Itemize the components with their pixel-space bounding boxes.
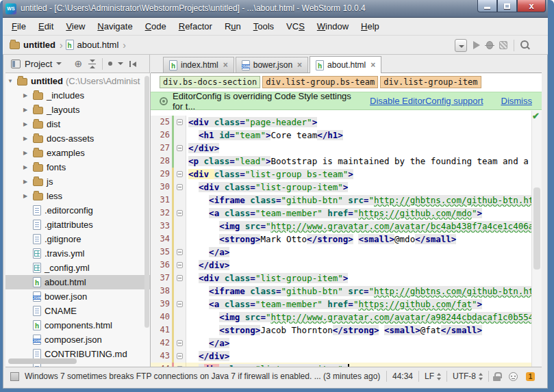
code-line-32[interactable]: 32 <a class="team-member" href="https://… xyxy=(151,207,542,220)
chevron-right-icon[interactable]: ▶ xyxy=(23,135,33,142)
line-ending-selector[interactable]: LF xyxy=(419,371,446,381)
minimize-button[interactable] xyxy=(477,0,497,12)
code-line-31[interactable]: 31 <iframe class="github-btn" src="http:… xyxy=(151,194,542,207)
encoding-selector[interactable]: UTF-8 xyxy=(447,371,488,381)
code-line-35[interactable]: 35 </a> xyxy=(151,246,542,259)
tree-item-less[interactable]: ▶less xyxy=(5,189,150,203)
search-icon[interactable] xyxy=(520,40,530,50)
tree-item-CNAME[interactable]: CNAME xyxy=(5,304,150,318)
code-editor[interactable]: 25<div class="page-header">26 <h1 id="te… xyxy=(151,111,542,367)
code-line-39[interactable]: 39 <a class="team-member" href="https://… xyxy=(151,298,542,311)
breadcrumb-chip[interactable]: div.bs-docs-section xyxy=(160,76,260,88)
tab-bower.json[interactable]: bower.json× xyxy=(236,57,308,73)
tree-item-_config.yml[interactable]: _config.yml xyxy=(5,261,150,275)
tree-item-untitled[interactable]: ▼untitled(C:\Users\Administ xyxy=(5,74,150,88)
fold-marker-icon[interactable] xyxy=(174,262,185,268)
tab-close-icon[interactable]: × xyxy=(297,60,302,70)
menu-tools[interactable]: Tools xyxy=(247,19,280,34)
caret-position[interactable]: 44:34 xyxy=(387,371,418,381)
code-line-29[interactable]: 29<div class="list-group bs-team"> xyxy=(151,168,542,181)
editor-scrollbar-thumb[interactable] xyxy=(533,187,540,270)
code-line-33[interactable]: 33 <img src="http://www.gravatar.com/ava… xyxy=(151,220,542,233)
fold-marker-icon[interactable] xyxy=(174,171,185,177)
tree-item-.editorconfig[interactable]: .editorconfig xyxy=(5,203,150,218)
project-horizontal-scrollbar[interactable] xyxy=(8,358,77,364)
code-line-42[interactable]: 42 </a> xyxy=(151,337,542,350)
project-vertical-scrollbar[interactable] xyxy=(144,76,149,328)
menu-help[interactable]: Help xyxy=(355,19,386,34)
close-button[interactable]: x xyxy=(517,0,546,12)
hide-panel-icon[interactable] xyxy=(129,60,138,68)
project-panel-header[interactable]: Project ⊕ xyxy=(5,55,150,73)
menu-window[interactable]: Window xyxy=(311,19,355,34)
tree-item-docs-assets[interactable]: ▶docs-assets xyxy=(5,131,150,146)
code-line-37[interactable]: 37 <div class="list-group-item"> xyxy=(151,272,542,285)
disable-editorconfig-link[interactable]: Disable EditorConfig support xyxy=(370,96,483,106)
menu-refactor[interactable]: Refactor xyxy=(173,19,218,34)
tree-item-js[interactable]: ▶js xyxy=(5,174,150,189)
tree-item-bower.json[interactable]: bower.json xyxy=(5,289,150,304)
tree-item-_includes[interactable]: ▶_includes xyxy=(5,88,150,103)
notification-badge[interactable]: 1 xyxy=(526,372,535,381)
settings-gear-icon[interactable] xyxy=(108,62,123,66)
tree-item-dist[interactable]: ▶dist xyxy=(5,117,150,131)
fold-marker-icon[interactable] xyxy=(174,340,185,346)
code-line-36[interactable]: 36 </div> xyxy=(151,259,542,272)
nav-crumb-file[interactable]: about.html xyxy=(66,40,121,50)
code-line-27[interactable]: 27</div> xyxy=(151,142,542,155)
dismiss-link[interactable]: Dismiss xyxy=(501,96,533,106)
chevron-right-icon[interactable]: ▶ xyxy=(23,107,33,113)
code-line-30[interactable]: 30 <div class="list-group-item"> xyxy=(151,181,542,194)
code-line-41[interactable]: 41 <strong>Jacob Thornton</strong> <smal… xyxy=(151,324,542,337)
chevron-right-icon[interactable]: ▶ xyxy=(23,92,33,99)
editor-scrollbar[interactable] xyxy=(531,111,542,367)
breadcrumb-chip[interactable]: div.list-group-item xyxy=(380,76,481,88)
menu-edit[interactable]: Edit xyxy=(32,19,60,34)
tree-item-.travis.yml[interactable]: .travis.yml xyxy=(5,246,150,261)
code-line-26[interactable]: 26 <h1 id="team">Core team</h1> xyxy=(151,129,542,142)
hector-inspector-icon[interactable] xyxy=(509,372,518,381)
tree-item-.gitattributes[interactable]: .gitattributes xyxy=(5,218,150,232)
menu-code[interactable]: Code xyxy=(139,19,173,34)
chevron-right-icon[interactable]: ▶ xyxy=(23,179,33,185)
title-bar[interactable]: WS untitled - [C:\Users\Administrator\We… xyxy=(0,0,554,18)
code-line-25[interactable]: 25<div class="page-header"> xyxy=(151,116,542,129)
fold-marker-icon[interactable] xyxy=(174,353,185,359)
toolwindow-toggle-icon[interactable] xyxy=(10,372,19,381)
chevron-right-icon[interactable]: ▶ xyxy=(23,193,33,199)
code-line-34[interactable]: 34 <strong>Mark Otto</strong> <small>@md… xyxy=(151,233,542,246)
menu-run[interactable]: Run xyxy=(218,19,247,34)
tree-item-composer.json[interactable]: composer.json xyxy=(5,332,150,347)
code-line-28[interactable]: 28<p class="lead">Bootstrap is maintaine… xyxy=(151,155,542,168)
status-message[interactable]: Windows 7 sometimes breaks FTP connectio… xyxy=(25,371,380,381)
menu-vcs[interactable]: VCS xyxy=(280,19,311,34)
run-configuration-dropdown[interactable] xyxy=(455,39,467,52)
fold-marker-icon[interactable] xyxy=(174,275,185,281)
nav-crumb-project[interactable]: untitled xyxy=(10,40,57,50)
locate-file-icon[interactable]: ⊕ xyxy=(74,59,82,68)
tab-close-icon[interactable]: × xyxy=(223,60,228,70)
maximize-button[interactable] xyxy=(497,0,517,12)
collapse-all-icon[interactable] xyxy=(88,60,97,68)
fold-marker-icon[interactable] xyxy=(174,210,185,216)
code-line-38[interactable]: 38 <iframe class="github-btn" src="http:… xyxy=(151,285,542,298)
fold-marker-icon[interactable] xyxy=(174,184,185,190)
tab-about.html[interactable]: about.html× xyxy=(310,56,381,73)
inspections-ok-icon[interactable]: ✔ xyxy=(531,112,541,121)
tab-index.html[interactable]: index.html× xyxy=(163,57,234,73)
tree-item-examples[interactable]: ▶examples xyxy=(5,146,150,160)
menu-view[interactable]: View xyxy=(60,19,91,34)
chevron-right-icon[interactable]: ▶ xyxy=(23,121,33,127)
fold-marker-icon[interactable] xyxy=(174,301,185,307)
fold-marker-icon[interactable] xyxy=(174,119,185,125)
tree-item-components.html[interactable]: components.html xyxy=(5,318,150,332)
menu-navigate[interactable]: Navigate xyxy=(91,19,138,34)
run-icon[interactable] xyxy=(473,41,480,49)
chevron-right-icon[interactable]: ▶ xyxy=(23,150,33,156)
chevron-down-icon[interactable]: ▼ xyxy=(8,78,17,84)
tree-item-.gitignore[interactable]: .gitignore xyxy=(5,232,150,246)
debug-icon[interactable] xyxy=(486,41,493,49)
chevron-right-icon[interactable]: ▶ xyxy=(23,164,33,170)
fold-marker-icon[interactable] xyxy=(174,249,185,255)
tree-item-_layouts[interactable]: ▶_layouts xyxy=(5,103,150,117)
